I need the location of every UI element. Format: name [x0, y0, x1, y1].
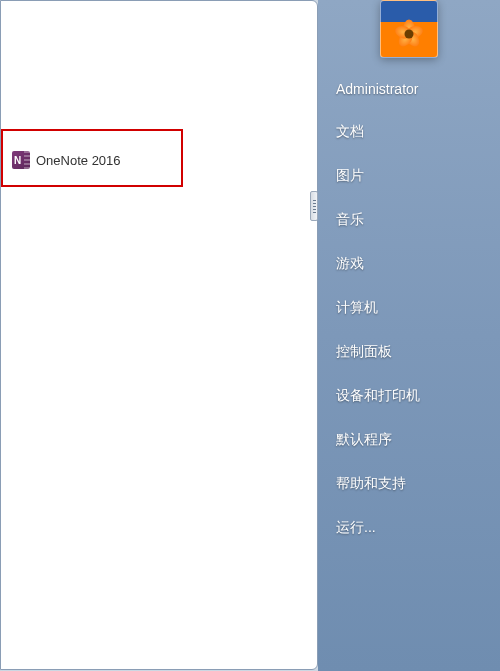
- menu-link-games[interactable]: 游戏: [336, 242, 500, 286]
- user-avatar[interactable]: [380, 0, 438, 58]
- menu-link-default-programs[interactable]: 默认程序: [336, 418, 500, 462]
- menu-link-devices-printers[interactable]: 设备和打印机: [336, 374, 500, 418]
- program-item-onenote[interactable]: OneNote 2016: [12, 146, 167, 174]
- menu-link-help-support[interactable]: 帮助和支持: [336, 462, 500, 506]
- menu-link-pictures[interactable]: 图片: [336, 154, 500, 198]
- flower-icon: [394, 19, 424, 49]
- start-menu: OneNote 2016 Administrator 文档 图片 音乐 游戏 计…: [0, 0, 500, 671]
- start-menu-right-panel: Administrator 文档 图片 音乐 游戏 计算机 控制面板 设备和打印…: [318, 0, 500, 671]
- menu-link-user[interactable]: Administrator: [336, 68, 500, 110]
- onenote-icon: [12, 151, 30, 169]
- program-label: OneNote 2016: [36, 153, 121, 168]
- start-menu-left-panel: OneNote 2016: [0, 0, 318, 670]
- menu-link-run[interactable]: 运行...: [336, 506, 500, 550]
- menu-link-documents[interactable]: 文档: [336, 110, 500, 154]
- right-menu-links: Administrator 文档 图片 音乐 游戏 计算机 控制面板 设备和打印…: [318, 68, 500, 550]
- resize-grip[interactable]: [310, 191, 318, 221]
- menu-link-music[interactable]: 音乐: [336, 198, 500, 242]
- menu-link-control-panel[interactable]: 控制面板: [336, 330, 500, 374]
- menu-link-computer[interactable]: 计算机: [336, 286, 500, 330]
